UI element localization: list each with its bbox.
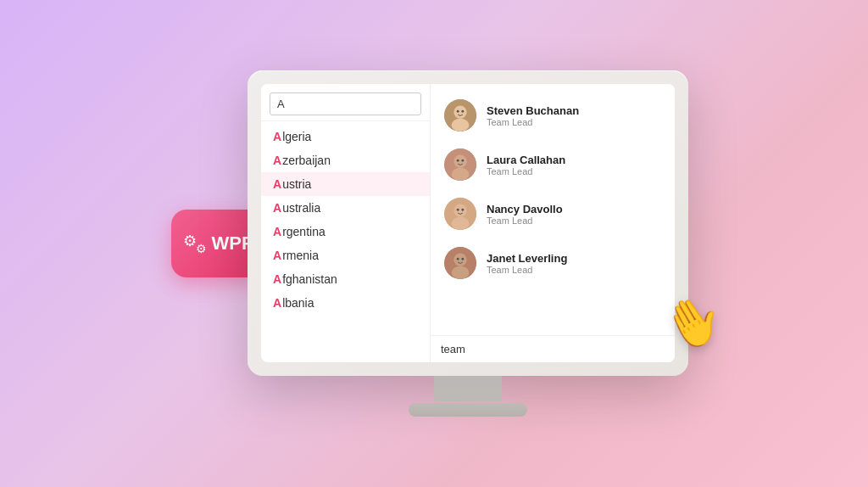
country-letter: A — [273, 296, 281, 310]
country-letter: A — [273, 225, 281, 238]
person-name: Nancy Davollo — [487, 203, 563, 216]
country-item[interactable]: Algeria — [261, 125, 430, 148]
person-info: Laura CallahanTeam Lead — [487, 154, 565, 176]
svg-point-19 — [461, 258, 464, 260]
country-item[interactable]: Albania — [261, 291, 430, 315]
country-item[interactable]: Azerbaijan — [261, 148, 430, 172]
monitor: AlgeriaAzerbaijanAustriaAustraliaArgenti… — [248, 70, 688, 376]
country-item[interactable]: Austria — [261, 172, 430, 196]
avatar — [444, 148, 476, 181]
monitor-screen: AlgeriaAzerbaijanAustriaAustraliaArgenti… — [261, 84, 675, 362]
svg-point-2 — [452, 119, 470, 132]
country-rest: lbania — [282, 296, 314, 310]
country-item[interactable]: Armenia — [261, 244, 430, 267]
person-role: Team Lead — [487, 216, 563, 226]
person-name: Janet Leverling — [487, 252, 567, 265]
svg-point-6 — [453, 155, 466, 168]
person-info: Janet LeverlingTeam Lead — [487, 252, 567, 275]
person-info: Nancy DavolloTeam Lead — [487, 203, 563, 226]
avatar — [444, 99, 476, 132]
person-item[interactable]: Steven BuchananTeam Lead — [431, 91, 675, 140]
country-rest: rgentina — [282, 225, 326, 238]
avatar — [444, 198, 476, 230]
person-role: Team Lead — [487, 166, 565, 176]
person-role: Team Lead — [487, 265, 567, 275]
country-rest: rmenia — [282, 249, 319, 262]
svg-point-13 — [457, 209, 459, 211]
svg-point-7 — [452, 168, 470, 181]
bottom-search-input[interactable] — [441, 343, 665, 355]
search-input-container — [261, 84, 430, 121]
person-name: Steven Buchanan — [487, 104, 579, 117]
person-info: Steven BuchananTeam Lead — [487, 104, 579, 127]
country-letter: A — [273, 201, 281, 215]
svg-point-11 — [453, 204, 466, 217]
avatar — [444, 247, 476, 279]
gear-icon-small: ⚙ — [196, 242, 207, 255]
country-search-input[interactable] — [270, 92, 421, 115]
country-list: AlgeriaAzerbaijanAustriaAustraliaArgenti… — [261, 121, 430, 362]
country-rest: fghanistan — [282, 272, 337, 286]
monitor-container: ⚙ ⚙ WPF AlgeriaAzerbaijanAustriaAustrali… — [248, 70, 688, 417]
svg-point-17 — [452, 266, 470, 279]
monitor-base — [409, 403, 527, 417]
svg-point-1 — [453, 106, 466, 119]
gear-icon-large: ⚙ — [183, 232, 197, 250]
country-letter: A — [273, 154, 281, 167]
country-item[interactable]: Australia — [261, 196, 430, 220]
country-rest: ustralia — [282, 201, 320, 215]
svg-point-12 — [452, 217, 470, 230]
svg-point-4 — [461, 110, 464, 113]
right-panel: Steven BuchananTeam Lead Laura CallahanT… — [431, 84, 675, 362]
country-letter: A — [273, 177, 281, 191]
person-role: Team Lead — [487, 117, 579, 127]
country-letter: A — [273, 249, 281, 262]
svg-point-8 — [457, 160, 459, 162]
svg-point-18 — [457, 258, 459, 260]
country-item[interactable]: Afghanistan — [261, 267, 430, 291]
country-rest: ustria — [282, 177, 311, 191]
country-rest: lgeria — [282, 130, 311, 143]
person-name: Laura Callahan — [487, 154, 565, 166]
svg-point-9 — [461, 160, 464, 162]
country-letter: A — [273, 130, 281, 143]
svg-point-16 — [453, 254, 466, 266]
country-item[interactable]: Argentina — [261, 220, 430, 244]
person-item[interactable]: Laura CallahanTeam Lead — [431, 140, 675, 189]
bottom-search-bar — [431, 335, 675, 362]
svg-point-14 — [461, 209, 464, 211]
svg-point-3 — [457, 110, 459, 113]
gears-icon: ⚙ ⚙ — [183, 232, 207, 255]
left-panel: AlgeriaAzerbaijanAustriaAustraliaArgenti… — [261, 84, 431, 362]
country-rest: zerbaijan — [282, 154, 331, 167]
country-letter: A — [273, 272, 281, 286]
person-item[interactable]: Nancy DavolloTeam Lead — [431, 189, 675, 238]
monitor-stand — [434, 376, 502, 401]
person-item[interactable]: Janet LeverlingTeam Lead — [431, 238, 675, 288]
